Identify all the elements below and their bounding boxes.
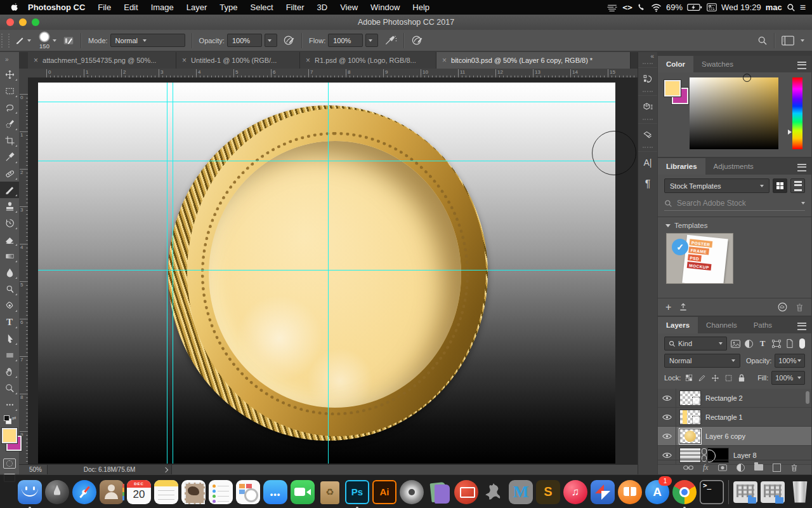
dock-bag-icon[interactable]: ♻ [317,479,343,505]
flow-chevron[interactable] [365,34,378,47]
zoom-level-field[interactable]: 50% [19,466,47,473]
lock-all-icon[interactable] [737,374,747,382]
brush-size-preview[interactable]: 150 [39,31,50,50]
menu-file[interactable]: File [91,3,117,12]
filter-smart-objects-icon[interactable] [785,339,795,348]
menu-layer[interactable]: Layer [180,3,214,12]
dock-terminal-icon[interactable]: >_ [698,479,725,505]
scribble-status-icon[interactable] [606,3,618,12]
list-view-button[interactable] [790,178,805,193]
dock-chrome-icon[interactable] [671,479,698,505]
paragraph-panel-icon[interactable]: ¶ [638,173,657,195]
gradient-tool[interactable] [0,248,19,264]
minimize-window-button[interactable] [19,18,27,26]
menu-type[interactable]: Type [213,3,244,12]
library-select[interactable]: Stock Templates [664,178,769,193]
tab-swatches[interactable]: Swatches [693,56,742,72]
saturation-brightness-field[interactable] [690,77,778,149]
options-grip[interactable] [1,34,10,48]
history-panel-icon[interactable] [638,67,657,90]
layer-row-rectangle-2[interactable]: Rectangle 2 [658,389,811,408]
layer-name[interactable]: Rectangle 2 [705,394,743,402]
panel-menu-icon[interactable] [797,164,806,171]
layer-row-rectangle-1[interactable]: Rectangle 1 [658,408,811,427]
guide-vertical-3[interactable] [328,83,329,464]
add-mask-button[interactable] [718,464,727,471]
layer-thumbnail[interactable] [680,391,700,405]
opacity-chevron[interactable] [265,34,277,47]
dock-safari-icon[interactable] [71,479,98,505]
workspace-switcher-icon[interactable] [782,36,794,46]
guide-vertical-2[interactable] [173,83,173,464]
dock-illustrator-icon[interactable]: Ai [371,479,398,505]
zoom-tool[interactable] [0,380,19,396]
tab-layers[interactable]: Layers [658,317,698,333]
horizontal-ruler[interactable]: 0123456789101112131415 [28,69,638,78]
user-name[interactable]: mac [766,3,782,12]
toggle-brush-panel-button[interactable] [63,36,74,46]
color-picker-handle[interactable] [743,74,751,82]
dock-remote-icon[interactable] [453,479,480,505]
vertical-ruler[interactable]: 012345678910 [19,77,29,465]
layer-opacity-select[interactable]: 100% [775,354,805,368]
new-layer-button[interactable] [773,464,781,472]
foreground-color-swatch[interactable] [2,428,17,443]
delete-layer-button[interactable] [790,464,798,472]
clock[interactable]: Wed 19:29 [721,3,761,12]
panel-menu-icon[interactable] [797,323,806,330]
notification-center-icon[interactable]: ≡ [800,2,806,13]
dock-launchpad-icon[interactable] [44,479,70,505]
layer-name[interactable]: Layer 6 copy [705,432,745,440]
dock-malwarebytes-icon[interactable]: M [508,479,534,505]
tab-color[interactable]: Color [658,56,693,72]
dock-contacts-icon[interactable] [98,479,125,505]
layer-thumbnail[interactable] [680,429,700,443]
layer-filter-toggle[interactable] [799,338,805,349]
tab-r1[interactable]: × R1.psd @ 100% (Logo, RGB/8... [300,52,436,69]
new-adjustment-layer-button[interactable] [737,464,745,472]
document-canvas[interactable] [38,83,615,464]
new-group-button[interactable] [754,464,763,471]
pasteboard[interactable] [28,77,638,465]
panels-collapse-button[interactable]: « [638,52,657,62]
menu-view[interactable]: View [334,3,364,12]
dock-folder-1-icon[interactable] [732,479,759,505]
zoom-window-button[interactable] [32,18,39,26]
shape-tool[interactable] [0,347,19,363]
visibility-eye-icon[interactable] [658,389,676,407]
airbrush-icon[interactable] [384,34,397,46]
menu-edit[interactable]: Edit [117,3,144,12]
blur-tool[interactable] [0,264,19,281]
type-tool[interactable]: T [0,314,19,330]
tools-collapse-button[interactable]: » [0,52,19,66]
dock-sublime-icon[interactable]: S [535,479,561,505]
ruler-origin[interactable] [19,69,29,78]
close-icon[interactable]: × [182,56,187,65]
quick-select-tool[interactable] [0,116,19,132]
layer-effects-button[interactable]: fx [703,463,709,472]
history-brush-tool[interactable] [0,215,19,231]
templates-section-header[interactable]: Templates [665,222,707,229]
tab-bitcoin03-active[interactable]: × bitcoin03.psd @ 50% (Layer 6 copy, RGB… [436,52,631,69]
creative-cloud-icon[interactable] [777,302,788,312]
quick-mask-button[interactable] [3,458,16,469]
tab-adjustments[interactable]: Adjustments [705,158,762,175]
healing-brush-tool[interactable] [0,165,19,182]
apple-menu-icon[interactable] [8,3,22,13]
guide-horizontal-2[interactable] [38,161,615,161]
brush-picker-chevron[interactable] [53,39,56,42]
dock-mail-icon[interactable] [180,479,207,505]
lock-pixels-icon[interactable] [697,374,707,382]
dock-ibooks-icon[interactable] [617,479,643,505]
add-content-button[interactable]: + [665,302,671,313]
lock-transparency-icon[interactable] [684,374,694,382]
visibility-eye-icon[interactable] [658,427,676,445]
brush-tool-preset[interactable] [15,35,31,46]
character-panel-icon[interactable]: A| [638,151,657,173]
close-window-button[interactable] [6,18,14,26]
dock-itunes-icon[interactable]: ♫ [562,479,589,505]
layer-filter-select[interactable]: Kind [664,337,727,351]
pressure-opacity-icon[interactable] [283,34,295,46]
dock-notes-icon[interactable] [153,479,180,505]
dock-vmware-icon[interactable] [589,479,616,505]
